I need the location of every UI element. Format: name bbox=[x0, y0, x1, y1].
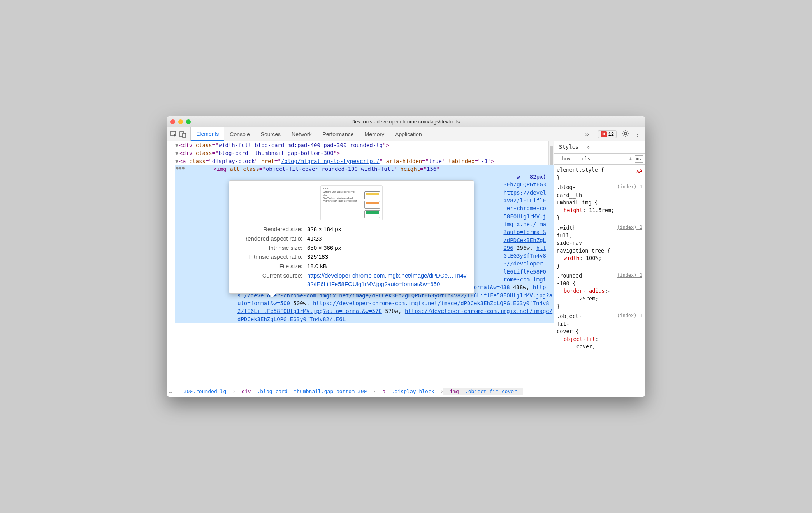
error-x-icon: ✕ bbox=[601, 131, 607, 137]
rule-source[interactable]: (index):1 bbox=[617, 313, 645, 319]
dom-node[interactable]: ▼<div class="width-full blog-card md:pad… bbox=[175, 141, 554, 149]
hov-toggle[interactable]: :hov bbox=[557, 155, 573, 163]
thumb-line: Chrome DevTools engineering blog bbox=[323, 191, 357, 197]
css-rule[interactable]: (index):1 .object-fit-cover { object-fit… bbox=[557, 313, 645, 351]
css-rules[interactable]: AA element.style {} (index):1 .blog-card… bbox=[554, 165, 645, 397]
tooltip-label: File size: bbox=[236, 262, 306, 271]
svg-rect-2 bbox=[183, 133, 186, 137]
tab-network[interactable]: Network bbox=[286, 127, 317, 141]
styles-filter-bar: :hov .cls + ◧▸ bbox=[554, 154, 645, 165]
selected-marker-icon: ●●● bbox=[176, 165, 185, 171]
breadcrumb-item[interactable]: … bbox=[167, 388, 174, 395]
zoom-icon[interactable] bbox=[186, 119, 191, 124]
dom-node[interactable]: ▼<a class="display-block" href="/blog/mi… bbox=[175, 157, 554, 165]
tab-sources[interactable]: Sources bbox=[255, 127, 286, 141]
tooltip-value-link[interactable]: https://developer-chrome-com.imgix.net/i… bbox=[307, 271, 467, 288]
titlebar: DevTools - developer.chrome.com/tags/dev… bbox=[167, 116, 645, 127]
css-rule[interactable]: (index):1 .width-full,side-navnavigation… bbox=[557, 224, 645, 270]
rule-source[interactable]: (index):1 bbox=[617, 184, 645, 190]
dom-node[interactable]: ▼<div class="blog-card__thumbnail gap-bo… bbox=[175, 149, 554, 157]
device-toggle-icon[interactable] bbox=[179, 131, 186, 138]
thumb-line: Migrating DevTools to Typescript bbox=[323, 200, 357, 203]
dom-pane: ▼<div class="width-full blog-card md:pad… bbox=[167, 141, 554, 397]
css-rule[interactable]: (index):1 .blog-card__thumbnail img { he… bbox=[557, 184, 645, 222]
tooltip-label: Intrinsic size: bbox=[236, 244, 306, 252]
more-tabs-icon[interactable]: » bbox=[582, 131, 593, 138]
inspect-icon[interactable] bbox=[170, 131, 178, 138]
dom-tree[interactable]: ▼<div class="width-full blog-card md:pad… bbox=[167, 141, 554, 387]
sidebar-tab-styles[interactable]: Styles bbox=[554, 141, 584, 153]
tooltip-label: Intrinsic aspect ratio: bbox=[236, 253, 306, 261]
breadcrumb[interactable]: … -300.rounded-lg › div.blog-card__thumb… bbox=[167, 387, 554, 397]
tab-application[interactable]: Application bbox=[390, 127, 427, 141]
new-rule-icon[interactable]: + bbox=[629, 155, 632, 163]
svg-point-3 bbox=[624, 132, 627, 135]
sidebar-more-icon[interactable]: » bbox=[584, 143, 593, 151]
main-content: ▼<div class="width-full blog-card md:pad… bbox=[167, 141, 645, 397]
breadcrumb-item[interactable]: -300.rounded-lg bbox=[174, 388, 232, 395]
tooltip-label: Rendered aspect ratio: bbox=[236, 234, 306, 243]
breadcrumb-item[interactable]: div.blog-card__thumbnail.gap-bottom-300 bbox=[236, 388, 373, 395]
breadcrumb-item[interactable]: a.display-block bbox=[376, 388, 440, 395]
main-tabbar: Elements Console Sources Network Perform… bbox=[167, 127, 645, 141]
tab-elements[interactable]: Elements bbox=[191, 127, 224, 141]
tooltip-label: Rendered size: bbox=[236, 225, 306, 234]
layout-toggle-icon[interactable]: ◧▸ bbox=[635, 155, 643, 163]
css-rule[interactable]: element.style {} bbox=[557, 166, 645, 181]
kebab-menu-icon[interactable]: ⋮ bbox=[634, 130, 641, 138]
tooltip-thumbnail: Chrome DevTools engineering blog DevTool… bbox=[320, 185, 383, 220]
rule-source[interactable]: (index):1 bbox=[617, 224, 645, 231]
error-count: 12 bbox=[608, 131, 614, 137]
rule-source[interactable]: (index):1 bbox=[617, 272, 645, 279]
sidebar-tabs: Styles » bbox=[554, 141, 645, 154]
tab-memory[interactable]: Memory bbox=[359, 127, 390, 141]
thumb-line: DevTools architecture refresh: bbox=[323, 197, 357, 200]
tab-console[interactable]: Console bbox=[224, 127, 255, 141]
tooltip-value: 41∶23 bbox=[307, 234, 467, 243]
tooltip-value: 325∶183 bbox=[307, 253, 467, 261]
close-icon[interactable] bbox=[170, 119, 175, 124]
dom-node-selected[interactable]: <img alt class="object-fit-cover rounded… bbox=[175, 165, 554, 173]
tooltip-value: 650 × 366 px bbox=[307, 244, 467, 252]
settings-icon[interactable] bbox=[622, 130, 629, 139]
breadcrumb-item-selected[interactable]: img.object-fit-cover bbox=[443, 388, 523, 395]
font-size-icon[interactable]: AA bbox=[637, 167, 642, 175]
minimize-icon[interactable] bbox=[178, 119, 183, 124]
devtools-window: DevTools - developer.chrome.com/tags/dev… bbox=[167, 116, 645, 397]
tooltip-label: Current source: bbox=[236, 271, 306, 288]
tooltip-table: Rendered size:328 × 184 px Rendered aspe… bbox=[236, 224, 468, 289]
tab-performance[interactable]: Performance bbox=[317, 127, 359, 141]
tooltip-value: 18.0 kB bbox=[307, 262, 467, 271]
cls-toggle[interactable]: .cls bbox=[576, 155, 593, 163]
error-badge[interactable]: ✕ 12 bbox=[598, 130, 617, 138]
styles-sidebar: Styles » :hov .cls + ◧▸ AA element.style… bbox=[554, 141, 645, 397]
tabs: Elements Console Sources Network Perform… bbox=[191, 127, 582, 141]
image-info-tooltip: Chrome DevTools engineering blog DevTool… bbox=[229, 180, 474, 294]
css-rule[interactable]: (index):1 .rounded-100 { border-radius: … bbox=[557, 272, 645, 310]
tooltip-value: 328 × 184 px bbox=[307, 225, 467, 234]
traffic-lights bbox=[167, 119, 191, 124]
window-title: DevTools - developer.chrome.com/tags/dev… bbox=[167, 119, 645, 125]
